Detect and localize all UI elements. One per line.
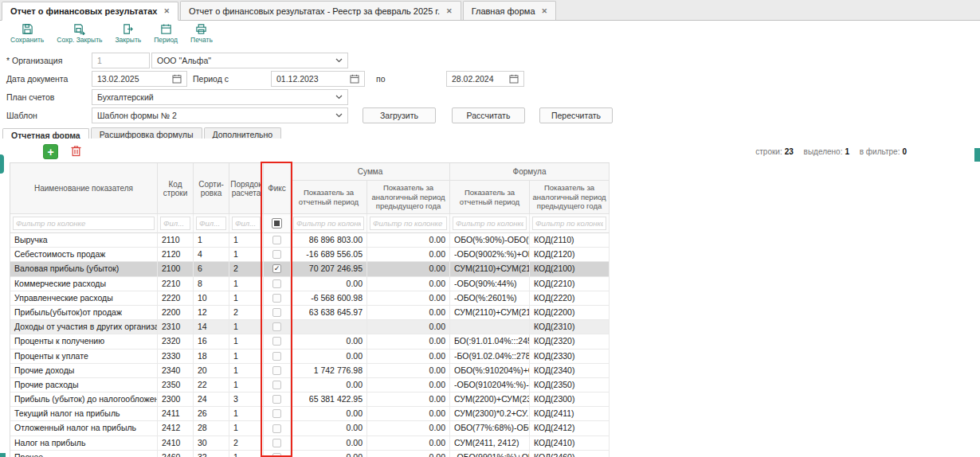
table-row[interactable]: Доходы от участия в других организаци...… [10, 320, 610, 334]
filter-input-code[interactable] [160, 217, 190, 230]
table-row[interactable]: Прочее 2460 32 1 0.00 0.00 -ОБО(9901%:%)… [10, 451, 610, 457]
fix-checkbox[interactable] [272, 424, 281, 433]
template-select[interactable]: Шаблон формы № 2 [92, 107, 348, 123]
period-to-field[interactable]: 28.02.2024 [446, 71, 524, 87]
recalculate-button[interactable]: Пересчитать [539, 107, 613, 123]
close-button[interactable]: Закрыть [111, 22, 145, 45]
cell-formula-current: СУМ(2200)+СУМ(23... [450, 393, 530, 407]
tab-registry[interactable]: Отчет о финансовых результатах - Реестр … [180, 1, 461, 20]
fix-checkbox[interactable] [272, 308, 281, 317]
filter-input-order[interactable] [232, 217, 261, 230]
cell-calc-order: 1 [229, 233, 264, 248]
calendar-icon[interactable] [509, 74, 519, 84]
tab-report[interactable]: Отчет о финансовых результатах ✕ [2, 2, 178, 21]
cell-sort: 24 [194, 393, 229, 407]
fix-checkbox[interactable] [272, 294, 281, 303]
fix-checkbox[interactable] [272, 322, 281, 331]
cell-sort: 26 [194, 407, 229, 421]
period-button[interactable]: Период [150, 22, 182, 45]
table-row[interactable]: Текущий налог на прибыль 2411 26 1 0.00 … [10, 407, 610, 421]
table-row[interactable]: Налог на прибыль 2410 30 2 0.00 0.00 СУМ… [10, 436, 610, 451]
filter-input-sum-current[interactable] [293, 217, 364, 230]
close-tab-icon[interactable]: ✕ [163, 7, 170, 15]
cell-formula-current: СУМ(2110)+СУМ(21... [450, 262, 530, 276]
cell-formula-previous: КОД(2200) [530, 306, 610, 320]
fix-checkbox[interactable] [272, 250, 281, 259]
period-from-field[interactable]: 01.12.2023 [271, 71, 365, 87]
cell-indicator-name: Доходы от участия в других организаци... [10, 320, 158, 334]
calendar-icon[interactable] [172, 74, 182, 84]
selected-count-value: 1 [845, 147, 849, 156]
fix-checkbox[interactable] [272, 337, 281, 346]
cell-formula-current: -БО(91.02.04%::278... [450, 350, 530, 364]
cell-sum-previous: 0.00 [367, 378, 450, 393]
doc-date-field[interactable]: 13.02.2025 [92, 71, 187, 87]
calendar-icon[interactable] [350, 74, 359, 84]
fix-checkbox[interactable] [272, 236, 281, 244]
fix-checkbox[interactable] [272, 352, 281, 361]
delete-row-button[interactable] [69, 144, 84, 159]
table-row[interactable]: Отложенный налог на прибыль 2412 28 1 0.… [10, 421, 610, 436]
table-row[interactable]: Валовая прибыль (убыток) 2100 6 2 ✓ 70 2… [10, 262, 610, 276]
col-header-code[interactable]: Код строки [158, 163, 194, 214]
save-close-button[interactable]: Сохр. Закрыть [53, 22, 106, 45]
filter-input-formula-previous[interactable] [532, 217, 606, 230]
cell-sort: 32 [194, 451, 229, 457]
calculate-button[interactable]: Рассчитать [452, 107, 525, 123]
cell-fix [264, 233, 291, 248]
cell-formula-previous: КОД(2210) [530, 277, 610, 291]
close-tab-icon[interactable]: ✕ [446, 7, 453, 15]
cell-fix: ✓ [264, 262, 291, 276]
table-row[interactable]: Выручка 2110 1 1 86 896 803.00 0.00 ОБО(… [10, 233, 610, 248]
add-row-button[interactable]: + [43, 144, 58, 159]
col-header-sort[interactable]: Сорти- ровка [194, 163, 229, 214]
load-button[interactable]: Загрузить [363, 107, 436, 123]
table-row[interactable]: Прибыль(убыток)от продаж 2200 12 2 63 63… [10, 306, 610, 320]
filter-fix-checkbox[interactable] [272, 218, 282, 228]
fix-checkbox[interactable]: ✓ [272, 264, 281, 273]
panel-right-accent[interactable] [974, 148, 980, 162]
cell-sort: 22 [194, 378, 229, 393]
cell-sum-previous: 0.00 [367, 421, 450, 436]
fix-checkbox[interactable] [272, 381, 281, 389]
tab-main-form[interactable]: Главная форма ✕ [463, 1, 556, 20]
chart-select[interactable]: Бухгалтерский [92, 89, 348, 105]
chevron-down-icon [335, 58, 343, 63]
filter-input-sum-previous[interactable] [370, 217, 447, 230]
col-header-sum-previous[interactable]: Показатель за аналогичный период предыду… [367, 181, 450, 214]
save-button[interactable]: Сохранить [6, 22, 48, 45]
org-code-field[interactable]: 1 [92, 53, 150, 68]
fix-checkbox[interactable] [272, 279, 281, 288]
panel-collapse-handle[interactable] [0, 154, 4, 174]
cell-sum-previous: 0.00 [367, 306, 450, 320]
table-row[interactable]: Коммерческие расходы 2210 8 1 0.00 0.00 … [10, 277, 610, 291]
col-header-name[interactable]: Наименование показателя [10, 163, 158, 214]
table-row[interactable]: Прочие расходы 2350 22 1 0.00 0.00 -ОБО(… [10, 378, 610, 393]
close-tab-icon[interactable]: ✕ [542, 7, 548, 15]
table-row[interactable]: Управленческие расходы 2220 10 1 -6 568 … [10, 291, 610, 306]
org-select[interactable]: ООО "Альфа" [151, 53, 348, 68]
fix-checkbox[interactable] [272, 453, 281, 457]
filter-input-sort[interactable] [196, 217, 226, 230]
table-row[interactable]: Себестоимость продаж 2120 4 1 -16 689 55… [10, 248, 610, 262]
col-header-fix[interactable]: Фикс [264, 163, 291, 214]
table-row[interactable]: Проценты к получению 2320 16 1 0.00 0.00… [10, 334, 610, 349]
cell-sort: 18 [194, 350, 229, 364]
table-row[interactable]: Прочие доходы 2340 20 1 1 742 776.98 0.0… [10, 364, 610, 378]
filter-input-name[interactable] [13, 217, 155, 230]
fix-checkbox[interactable] [272, 366, 281, 375]
table-row[interactable]: Прибыль (убыток) до налогообложения 2300… [10, 393, 610, 407]
fix-checkbox[interactable] [272, 395, 281, 404]
trash-icon [69, 144, 83, 158]
fix-checkbox[interactable] [272, 409, 281, 418]
filter-input-formula-current[interactable] [453, 217, 527, 230]
print-button[interactable]: Печать [186, 22, 217, 45]
col-header-order[interactable]: Порядок расчета [229, 163, 264, 214]
cell-sort: 16 [194, 334, 229, 349]
table-row[interactable]: Проценты к уплате 2330 18 1 0.00 0.00 -Б… [10, 350, 610, 364]
cell-sum-previous: 0.00 [367, 436, 450, 451]
col-header-formula-current[interactable]: Показатель за отчетный период [450, 181, 530, 214]
col-header-formula-previous[interactable]: Показатель за аналогичный период предыду… [530, 181, 610, 214]
fix-checkbox[interactable] [272, 439, 281, 447]
col-header-sum-current[interactable]: Показатель за отчетный период [291, 181, 367, 214]
